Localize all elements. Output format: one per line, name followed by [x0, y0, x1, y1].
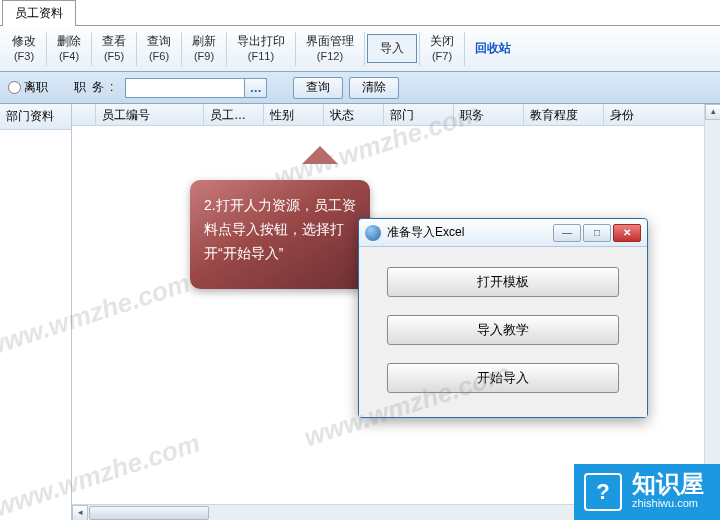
- col-employee-name[interactable]: 员工…: [204, 104, 264, 125]
- toolbar-shortcut: (F11): [237, 49, 285, 63]
- toolbar-shortcut: (F4): [57, 49, 81, 63]
- brand-name: 知识屋: [632, 472, 704, 496]
- separator: [464, 32, 465, 66]
- main-toolbar: 修改(F3) 删除(F4) 查看(F5) 查询(F6) 刷新(F9) 导出打印(…: [0, 26, 720, 72]
- radio-input[interactable]: [8, 81, 21, 94]
- grid-row-selector[interactable]: [72, 104, 96, 125]
- dialog-body: 打开模板 导入教学 开始导入: [359, 247, 647, 417]
- toolbar-shortcut: (F9): [192, 49, 216, 63]
- col-education[interactable]: 教育程度: [524, 104, 604, 125]
- separator: [226, 32, 227, 66]
- dialog-titlebar[interactable]: 准备导入Excel — □ ✕: [359, 219, 647, 247]
- radio-label: 离职: [24, 79, 48, 96]
- toolbar-recycle-bin[interactable]: 回收站: [467, 37, 519, 61]
- toolbar-query[interactable]: 查询(F6): [139, 30, 179, 68]
- toolbar-shortcut: (F7): [430, 49, 454, 63]
- scroll-up-icon[interactable]: ▴: [705, 104, 720, 120]
- minimize-button[interactable]: —: [553, 224, 581, 242]
- toolbar-label: 查看: [102, 34, 126, 50]
- window-controls: — □ ✕: [553, 224, 641, 242]
- scroll-track[interactable]: [705, 120, 720, 488]
- field-label-position: 职务:: [74, 79, 119, 96]
- position-input[interactable]: [125, 78, 245, 98]
- toolbar-view[interactable]: 查看(F5): [94, 30, 134, 68]
- col-department[interactable]: 部门: [384, 104, 454, 125]
- position-combo: …: [125, 78, 267, 98]
- brand-url: zhishiwu.com: [632, 496, 704, 511]
- import-dialog: 准备导入Excel — □ ✕ 打开模板 导入教学 开始导入: [358, 218, 648, 418]
- toolbar-edit[interactable]: 修改(F3): [4, 30, 44, 68]
- toolbar-label: 界面管理: [306, 34, 354, 50]
- toolbar-shortcut: (F12): [306, 49, 354, 63]
- separator: [46, 32, 47, 66]
- toolbar-refresh[interactable]: 刷新(F9): [184, 30, 224, 68]
- open-template-button[interactable]: 打开模板: [387, 267, 619, 297]
- separator: [181, 32, 182, 66]
- col-status[interactable]: 状态: [324, 104, 384, 125]
- start-import-button[interactable]: 开始导入: [387, 363, 619, 393]
- tab-strip: 员工资料: [0, 0, 720, 26]
- toolbar-label: 导入: [380, 41, 404, 57]
- grid-header-row: 员工编号 员工… 性别 状态 部门 职务 教育程度 身份: [72, 104, 720, 126]
- separator: [364, 32, 365, 66]
- radio-resigned[interactable]: 离职: [8, 79, 48, 96]
- dialog-title: 准备导入Excel: [387, 224, 553, 241]
- sidebar-header: 部门资料: [0, 104, 71, 130]
- app-icon: [365, 225, 381, 241]
- separator: [136, 32, 137, 66]
- toolbar-label: 查询: [147, 34, 171, 50]
- scroll-thumb[interactable]: [89, 506, 209, 520]
- brand-badge: ? 知识屋 zhishiwu.com: [574, 464, 720, 520]
- separator: [295, 32, 296, 66]
- vertical-scrollbar[interactable]: ▴ ▾: [704, 104, 720, 504]
- toolbar-label: 修改: [12, 34, 36, 50]
- import-tutorial-button[interactable]: 导入教学: [387, 315, 619, 345]
- tab-employee-data[interactable]: 员工资料: [2, 0, 76, 26]
- brand-logo-icon: ?: [584, 473, 622, 511]
- separator: [91, 32, 92, 66]
- toolbar-import[interactable]: 导入: [367, 34, 417, 64]
- col-identity[interactable]: 身份: [604, 104, 720, 125]
- col-employee-id[interactable]: 员工编号: [96, 104, 204, 125]
- query-button[interactable]: 查询: [293, 77, 343, 99]
- toolbar-label: 刷新: [192, 34, 216, 50]
- lookup-button[interactable]: …: [245, 78, 267, 98]
- maximize-button[interactable]: □: [583, 224, 611, 242]
- col-position[interactable]: 职务: [454, 104, 524, 125]
- filter-bar: 离职 职务: … 查询 清除: [0, 72, 720, 104]
- scroll-left-icon[interactable]: ◂: [72, 505, 88, 520]
- col-gender[interactable]: 性别: [264, 104, 324, 125]
- clear-button[interactable]: 清除: [349, 77, 399, 99]
- brand-text: 知识屋 zhishiwu.com: [632, 472, 704, 511]
- toolbar-delete[interactable]: 删除(F4): [49, 30, 89, 68]
- close-button[interactable]: ✕: [613, 224, 641, 242]
- separator: [419, 32, 420, 66]
- toolbar-close[interactable]: 关闭(F7): [422, 30, 462, 68]
- sidebar: 部门资料: [0, 104, 72, 520]
- toolbar-shortcut: (F6): [147, 49, 171, 63]
- toolbar-shortcut: (F5): [102, 49, 126, 63]
- toolbar-label: 删除: [57, 34, 81, 50]
- toolbar-export-print[interactable]: 导出打印(F11): [229, 30, 293, 68]
- toolbar-ui-manage[interactable]: 界面管理(F12): [298, 30, 362, 68]
- toolbar-label: 关闭: [430, 34, 454, 50]
- toolbar-shortcut: (F3): [12, 49, 36, 63]
- toolbar-label: 导出打印: [237, 34, 285, 50]
- instruction-callout: 2.打开人力资源，员工资料点导入按钮，选择打开“开始导入”: [190, 180, 370, 289]
